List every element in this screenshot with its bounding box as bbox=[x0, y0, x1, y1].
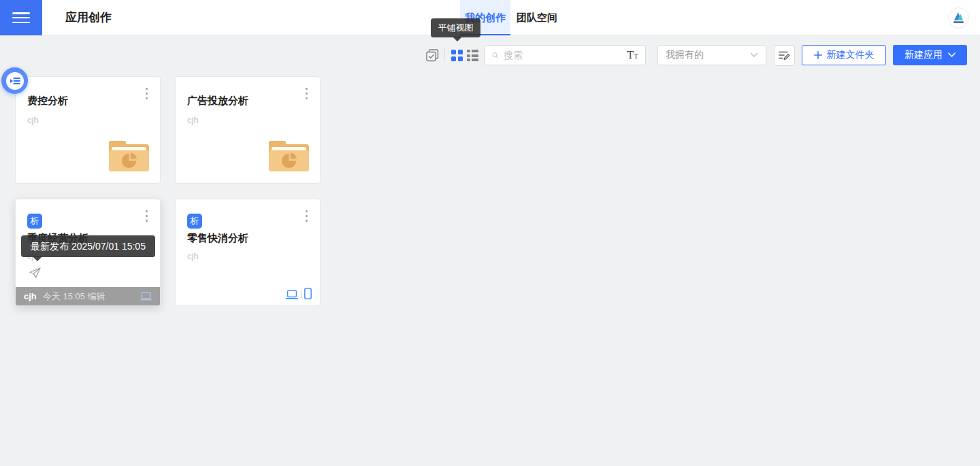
app-creation-page: 应用创作 我的创作 团队空间 bbox=[0, 0, 980, 466]
desktop-device-icon[interactable] bbox=[286, 290, 298, 299]
folder-owner: cjh bbox=[187, 115, 199, 125]
search-icon bbox=[492, 50, 498, 61]
app-type-badge: 析 bbox=[187, 214, 202, 229]
toolbar-divider bbox=[444, 48, 445, 62]
app-card-footer: cjh 今天 15:05 编辑 bbox=[16, 287, 160, 305]
list-view-icon[interactable] bbox=[467, 50, 478, 61]
tooltip-text: 平铺视图 bbox=[438, 22, 474, 33]
owner-filter-value: 我拥有的 bbox=[666, 49, 704, 61]
folder-card-feikong[interactable]: 费控分析 cjh bbox=[15, 76, 161, 184]
publish-send-icon[interactable] bbox=[29, 267, 41, 278]
tooltip-text: 最新发布 2025/07/01 15:05 bbox=[31, 241, 146, 252]
tooltip-arrow bbox=[33, 256, 42, 261]
new-folder-button[interactable]: 新建文件夹 bbox=[802, 45, 886, 65]
tooltip-latest-publish: 最新发布 2025/07/01 15:05 bbox=[21, 235, 155, 257]
hamburger-icon bbox=[12, 12, 30, 23]
app-owner: cjh bbox=[187, 251, 199, 261]
grid-view-icon[interactable] bbox=[451, 50, 463, 61]
new-folder-label: 新建文件夹 bbox=[827, 49, 875, 61]
page-title: 应用创作 bbox=[65, 0, 112, 35]
floating-panel-toggle-button[interactable] bbox=[1, 67, 28, 94]
owner-filter-select[interactable]: 我拥有的 bbox=[657, 45, 766, 65]
hamburger-menu-button[interactable] bbox=[0, 0, 42, 35]
more-actions-icon[interactable] bbox=[304, 86, 310, 101]
folder-title: 广告投放分析 bbox=[187, 95, 248, 107]
more-actions-icon[interactable] bbox=[144, 86, 150, 101]
folder-title: 费控分析 bbox=[27, 95, 68, 107]
device-icons bbox=[286, 288, 312, 299]
plus-icon bbox=[814, 51, 822, 59]
device-icon-divider bbox=[301, 291, 301, 298]
more-actions-icon[interactable] bbox=[304, 208, 310, 224]
multi-select-icon[interactable] bbox=[426, 49, 439, 62]
tooltip-tile-view: 平铺视图 bbox=[431, 18, 480, 37]
footer-edited-time: 今天 15:05 编辑 bbox=[43, 290, 105, 303]
brand-logo bbox=[948, 7, 969, 29]
header: 应用创作 我的创作 团队空间 bbox=[0, 0, 980, 35]
brand-logo-icon bbox=[950, 10, 967, 27]
mobile-device-icon[interactable] bbox=[304, 288, 312, 299]
new-app-button[interactable]: 新建应用 bbox=[893, 45, 967, 65]
folder-icon bbox=[269, 139, 309, 171]
more-actions-icon[interactable] bbox=[144, 208, 150, 224]
search-input[interactable] bbox=[504, 50, 627, 61]
folder-owner: cjh bbox=[27, 115, 39, 125]
new-app-label: 新建应用 bbox=[904, 49, 943, 61]
panel-list-icon bbox=[6, 72, 24, 90]
batch-rename-button[interactable] bbox=[774, 45, 795, 66]
tooltip-arrow bbox=[453, 37, 462, 41]
app-type-badge: 析 bbox=[27, 214, 42, 229]
chevron-down-icon bbox=[750, 52, 758, 58]
app-card-lingshou[interactable]: 析 零售快消分析 cjh bbox=[175, 199, 321, 306]
desktop-device-icon[interactable] bbox=[140, 292, 152, 301]
app-title: 零售快消分析 bbox=[187, 232, 248, 245]
tab-label: 团队空间 bbox=[517, 12, 557, 23]
tab-team-space[interactable]: 团队空间 bbox=[514, 0, 559, 35]
search-box: TT bbox=[485, 45, 646, 65]
footer-owner: cjh bbox=[24, 291, 37, 301]
folder-icon bbox=[109, 139, 149, 171]
chevron-down-icon bbox=[948, 52, 956, 58]
text-match-toggle-icon[interactable]: TT bbox=[627, 50, 638, 61]
rename-icon bbox=[779, 50, 790, 61]
folder-card-guanggao[interactable]: 广告投放分析 cjh bbox=[175, 76, 321, 184]
